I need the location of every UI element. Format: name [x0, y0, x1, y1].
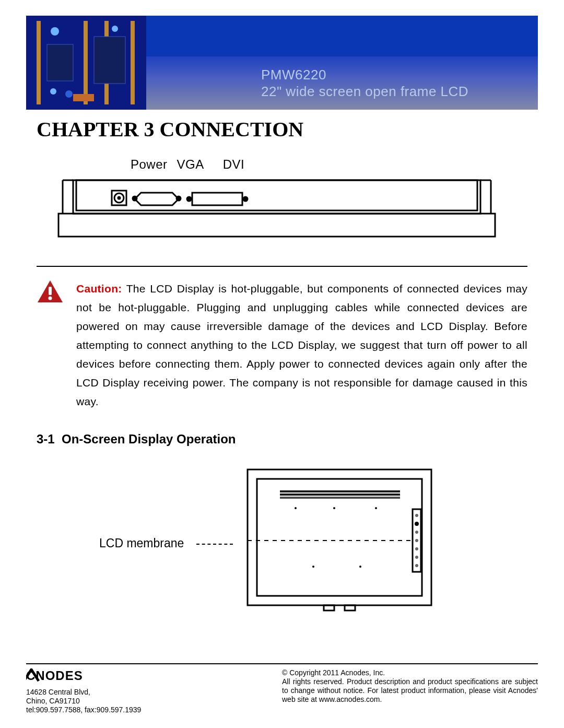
brand-logo-icon: CNODES — [26, 668, 115, 683]
footer-rule — [26, 663, 538, 664]
svg-rect-37 — [280, 497, 400, 499]
svg-point-26 — [243, 197, 248, 201]
svg-point-49 — [415, 564, 418, 567]
port-diagram — [57, 177, 507, 240]
product-subtitle: 22" wide screen open frame LCD — [261, 83, 538, 100]
svg-rect-5 — [47, 44, 73, 81]
svg-point-28 — [49, 297, 52, 300]
svg-point-42 — [359, 566, 361, 568]
svg-point-47 — [415, 547, 418, 550]
svg-rect-11 — [73, 94, 94, 101]
svg-rect-29 — [248, 469, 431, 605]
port-label-vga: VGA — [177, 157, 204, 172]
osd-row: LCD membrane — [99, 467, 527, 619]
footer-right: © Copyright 2011 Acnodes, Inc. All right… — [282, 668, 538, 714]
svg-point-43 — [415, 514, 418, 517]
svg-point-39 — [333, 507, 335, 509]
svg-point-46 — [415, 539, 418, 542]
svg-rect-32 — [345, 605, 355, 610]
osd-leader-line — [196, 544, 233, 545]
section-heading: 3-1 On-Screen Display Operation — [37, 432, 527, 447]
caution-icon — [37, 279, 64, 304]
svg-point-25 — [187, 197, 191, 201]
svg-point-41 — [312, 566, 314, 568]
caution-body: The LCD Display is hot-pluggable, but co… — [76, 283, 527, 407]
svg-point-7 — [50, 88, 56, 95]
footer-brand: CNODES — [26, 668, 141, 687]
horizontal-rule — [37, 266, 527, 267]
caution-label: Caution: — [76, 283, 122, 295]
svg-rect-35 — [280, 490, 400, 492]
port-label-dvi: DVI — [223, 157, 245, 172]
chapter-title: CHAPTER 3 CONNECTION — [37, 117, 527, 142]
osd-diagram — [245, 467, 433, 619]
svg-point-22 — [133, 196, 137, 201]
port-label-power: Power — [131, 157, 168, 172]
header-banner: PMW6220 22" wide screen open frame LCD — [26, 16, 538, 110]
footer-disclaimer: All rights reserved. Product description… — [282, 677, 538, 704]
svg-rect-6 — [94, 37, 125, 84]
footer-left: CNODES 14628 Central Blvd, Chino, CA9171… — [26, 668, 141, 714]
caution-block: Caution: The LCD Display is hot-pluggabl… — [37, 279, 527, 411]
svg-rect-27 — [49, 287, 52, 295]
svg-rect-1 — [37, 21, 41, 104]
footer-address-3: tel:909.597.7588, fax:909.597.1939 — [26, 706, 141, 714]
page-footer: CNODES 14628 Central Blvd, Chino, CA9171… — [26, 663, 538, 714]
header-photo — [26, 16, 146, 110]
footer-address-2: Chino, CA91710 — [26, 697, 141, 706]
svg-rect-4 — [131, 21, 135, 104]
page-content: CHAPTER 3 CONNECTION Power VGA DVI — [37, 117, 527, 619]
product-model: PMW6220 — [261, 66, 538, 83]
svg-point-9 — [51, 27, 59, 36]
caution-text: Caution: The LCD Display is hot-pluggabl… — [76, 279, 527, 411]
osd-label: LCD membrane — [99, 536, 184, 550]
svg-point-44 — [415, 522, 419, 526]
svg-point-21 — [118, 197, 120, 199]
svg-rect-31 — [324, 605, 334, 610]
footer-copyright: © Copyright 2011 Acnodes, Inc. — [282, 668, 538, 677]
svg-rect-2 — [84, 21, 88, 104]
section-title: On-Screen Display Operation — [62, 432, 236, 446]
svg-rect-24 — [192, 193, 242, 205]
svg-point-38 — [295, 507, 297, 509]
svg-rect-14 — [76, 180, 477, 210]
svg-rect-12 — [58, 214, 495, 237]
footer-address-1: 14628 Central Blvd, — [26, 688, 141, 697]
svg-point-45 — [415, 531, 418, 534]
port-labels: Power VGA DVI — [131, 157, 527, 172]
svg-point-8 — [65, 90, 73, 98]
svg-point-40 — [375, 507, 377, 509]
section-number: 3-1 — [37, 432, 55, 446]
svg-point-48 — [415, 556, 418, 559]
svg-point-10 — [112, 26, 118, 32]
svg-point-23 — [177, 196, 181, 201]
svg-rect-36 — [280, 494, 400, 496]
